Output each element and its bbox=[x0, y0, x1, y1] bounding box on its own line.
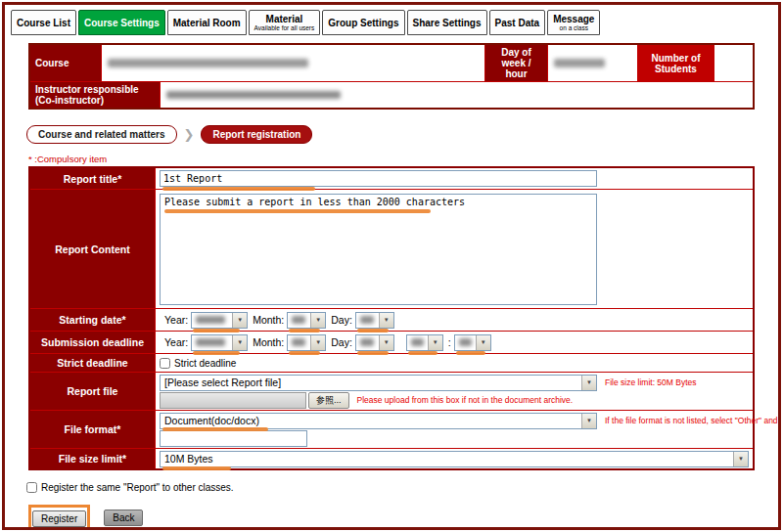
tab-message[interactable]: Message on a class bbox=[547, 10, 600, 35]
register-other-classes-row: Register the same "Report" to other clas… bbox=[26, 482, 778, 493]
report-content-cell: Please submit a report in less than 2000… bbox=[155, 190, 753, 308]
instructor-label: Instructor responsible (Co-instructor) bbox=[30, 82, 160, 108]
tab-label: Course List bbox=[17, 18, 70, 28]
strict-deadline-checkbox[interactable] bbox=[160, 358, 170, 369]
redacted-day bbox=[360, 338, 374, 346]
redacted-minute bbox=[459, 338, 472, 346]
year-label: Year: bbox=[164, 314, 188, 326]
file-size-limit-cell: 10M Bytes ▼ bbox=[155, 449, 753, 468]
report-registration-form: Report title* Report Content Please subm… bbox=[28, 166, 755, 470]
file-format-select[interactable]: Document(doc/docx) ▼ bbox=[160, 413, 597, 429]
dropdown-arrow-icon: ▼ bbox=[476, 335, 490, 350]
dropdown-arrow-icon: ▼ bbox=[232, 313, 247, 328]
highlight-annotation bbox=[289, 351, 320, 355]
highlight-annotation bbox=[408, 351, 438, 355]
register-other-classes-checkbox[interactable] bbox=[26, 482, 37, 493]
tab-label: Share Settings bbox=[413, 18, 482, 28]
course-label: Course bbox=[30, 45, 101, 81]
instructor-value bbox=[160, 82, 753, 108]
redacted-course-name bbox=[108, 59, 308, 67]
deadline-day-select-wrap: ▼ bbox=[355, 334, 394, 351]
tab-material-room[interactable]: Material Room bbox=[167, 10, 247, 35]
highlight-annotation bbox=[193, 351, 240, 355]
report-file-row: Report file [Please select Report file] … bbox=[30, 372, 753, 410]
number-of-students-label: Number of Students bbox=[637, 45, 714, 81]
tab-share-settings[interactable]: Share Settings bbox=[407, 10, 487, 35]
compulsory-item-note: * :Compulsory item bbox=[28, 154, 778, 164]
upload-note: Please upload from this box if not in th… bbox=[357, 395, 574, 405]
time-separator: : bbox=[448, 336, 451, 348]
report-title-row: Report title* bbox=[30, 168, 753, 189]
dropdown-arrow-icon: ▼ bbox=[733, 452, 748, 466]
file-format-other-input[interactable] bbox=[160, 430, 307, 447]
dropdown-arrow-icon: ▼ bbox=[581, 414, 596, 428]
register-button[interactable]: Register bbox=[32, 510, 86, 527]
dropdown-arrow-icon: ▼ bbox=[310, 313, 325, 328]
tab-sublabel: on a class bbox=[560, 24, 588, 31]
tab-material[interactable]: Material Available for all users bbox=[249, 10, 321, 35]
report-title-cell bbox=[155, 168, 753, 189]
tab-group-settings[interactable]: Group Settings bbox=[322, 10, 404, 35]
report-content-row: Report Content Please submit a report in… bbox=[30, 189, 753, 308]
deadline-day-select[interactable]: ▼ bbox=[355, 334, 394, 351]
month-label: Month: bbox=[253, 314, 284, 326]
course-related-matters-button[interactable]: Course and related matters bbox=[26, 125, 177, 144]
tab-course-list[interactable]: Course List bbox=[11, 10, 76, 35]
year-label: Year: bbox=[164, 336, 188, 348]
day-label: Day: bbox=[331, 314, 352, 326]
deadline-hour-select-wrap: ▼ bbox=[406, 334, 443, 351]
dropdown-arrow-icon: ▼ bbox=[379, 335, 393, 350]
highlight-annotation bbox=[193, 329, 240, 332]
day-of-week-value bbox=[547, 45, 637, 81]
deadline-year-select[interactable]: ▼ bbox=[191, 334, 248, 351]
tab-label: Material Room bbox=[173, 18, 241, 28]
redacted-month bbox=[292, 338, 305, 346]
file-upload-field[interactable] bbox=[160, 392, 306, 409]
redacted-month bbox=[292, 316, 305, 324]
submission-deadline-cell: Year: ▼ Month: ▼ Day: bbox=[155, 332, 753, 353]
report-title-input[interactable] bbox=[160, 170, 597, 187]
deadline-hour-select[interactable]: ▼ bbox=[406, 334, 443, 351]
highlight-annotation bbox=[164, 209, 431, 213]
action-buttons-row: Register Back bbox=[28, 505, 778, 530]
file-format-row: File format* Document(doc/docx) ▼ If the… bbox=[30, 410, 753, 448]
file-format-cell: Document(doc/docx) ▼ If the file format … bbox=[155, 411, 781, 448]
tab-label: Message bbox=[553, 14, 594, 24]
browse-button[interactable]: 参照... bbox=[308, 392, 349, 409]
file-size-select[interactable]: 10M Bytes ▼ bbox=[160, 451, 749, 467]
report-file-select[interactable]: [Please select Report file] ▼ bbox=[160, 375, 597, 391]
start-month-select-wrap: ▼ bbox=[287, 312, 326, 329]
course-info-row-1: Course Day of week / hour Number of Stud… bbox=[30, 45, 753, 81]
highlight-annotation bbox=[357, 351, 389, 355]
start-day-select[interactable]: ▼ bbox=[355, 312, 394, 329]
report-title-label: Report title* bbox=[30, 168, 155, 189]
tab-label: Past Data bbox=[495, 18, 540, 28]
back-button[interactable]: Back bbox=[104, 510, 143, 526]
strict-deadline-row: Strict deadline Strict deadline bbox=[30, 353, 753, 372]
submission-deadline-label: Submission deadline bbox=[30, 332, 155, 353]
file-size-limit-note: File size limit: 50M Bytes bbox=[605, 377, 697, 387]
file-format-note: If the file format is not listed, select… bbox=[605, 416, 781, 425]
deadline-minute-select-wrap: ▼ bbox=[454, 334, 491, 351]
deadline-month-select[interactable]: ▼ bbox=[287, 334, 326, 351]
dropdown-arrow-icon: ▼ bbox=[428, 335, 442, 350]
report-registration-badge: Report registration bbox=[201, 125, 312, 144]
redacted-instructor-name bbox=[166, 91, 341, 99]
redacted-day bbox=[360, 316, 374, 324]
day-label: Day: bbox=[331, 336, 352, 348]
highlight-annotation bbox=[456, 351, 485, 355]
month-label: Month: bbox=[253, 336, 284, 348]
file-size-select-wrap: 10M Bytes ▼ bbox=[160, 451, 749, 467]
strict-deadline-cell: Strict deadline bbox=[155, 354, 753, 372]
start-year-select[interactable]: ▼ bbox=[191, 312, 248, 329]
day-of-week-label: Day of week / hour bbox=[484, 45, 547, 81]
start-month-select[interactable]: ▼ bbox=[287, 312, 326, 329]
submission-deadline-row: Submission deadline Year: ▼ Month: ▼ bbox=[30, 331, 753, 353]
file-format-select-line: Document(doc/docx) ▼ If the file format … bbox=[160, 412, 781, 429]
report-file-upload-line: 参照... Please upload from this box if not… bbox=[160, 391, 749, 409]
tab-past-data[interactable]: Past Data bbox=[489, 10, 546, 35]
deadline-minute-select[interactable]: ▼ bbox=[454, 334, 491, 351]
highlight-annotation bbox=[357, 329, 389, 332]
strict-deadline-label: Strict deadline bbox=[30, 354, 155, 372]
tab-course-settings[interactable]: Course Settings bbox=[78, 10, 165, 35]
